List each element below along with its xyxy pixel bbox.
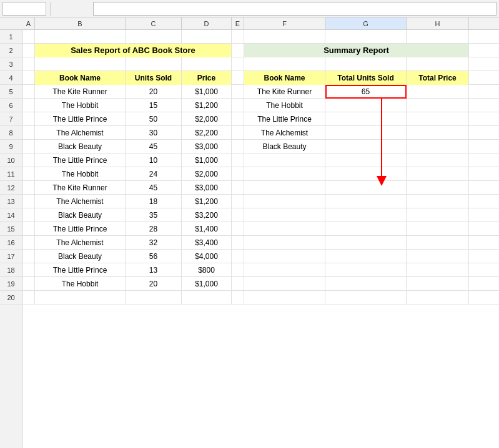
cell[interactable] <box>325 153 407 167</box>
cell[interactable] <box>22 277 35 291</box>
row-number-14[interactable]: 14 <box>0 208 22 222</box>
cell[interactable] <box>22 195 35 208</box>
cell[interactable] <box>325 291 407 304</box>
cell[interactable] <box>232 195 244 208</box>
cell[interactable]: 24 <box>126 167 182 181</box>
cell[interactable]: $2,000 <box>182 112 232 126</box>
cell[interactable]: 15 <box>126 99 182 112</box>
row-number-16[interactable]: 16 <box>0 236 22 250</box>
cell[interactable] <box>407 85 469 99</box>
cell[interactable] <box>22 250 35 263</box>
cell[interactable] <box>182 291 232 304</box>
cell[interactable] <box>232 140 244 153</box>
cell[interactable] <box>244 167 325 181</box>
row-number-15[interactable]: 15 <box>0 222 22 236</box>
cell[interactable] <box>325 181 407 195</box>
cell[interactable]: The Little Prince <box>35 153 126 167</box>
cell[interactable] <box>244 57 325 71</box>
cell[interactable]: The Little Prince <box>35 263 126 277</box>
cell[interactable] <box>232 99 244 112</box>
row-number-8[interactable]: 8 <box>0 126 22 140</box>
cell[interactable]: 45 <box>126 140 182 153</box>
col-header-g[interactable]: G <box>325 17 407 29</box>
col-header-e[interactable]: E <box>232 17 244 29</box>
cell[interactable]: The Alchemist <box>244 126 325 140</box>
row-number-17[interactable]: 17 <box>0 250 22 263</box>
cell[interactable]: $3,200 <box>182 208 232 222</box>
row-number-6[interactable]: 6 <box>0 99 22 112</box>
cell[interactable]: Total Units Sold <box>325 71 407 85</box>
cell[interactable] <box>35 57 126 71</box>
cell[interactable] <box>407 167 469 181</box>
cell[interactable] <box>325 195 407 208</box>
cell[interactable] <box>407 250 469 263</box>
cell[interactable]: 32 <box>126 236 182 250</box>
cell[interactable]: 10 <box>126 153 182 167</box>
cell[interactable] <box>325 112 407 126</box>
cell[interactable] <box>22 99 35 112</box>
cell[interactable] <box>232 71 244 85</box>
cell[interactable] <box>126 30 182 44</box>
cell[interactable]: The Little Prince <box>35 222 126 236</box>
row-number-1[interactable]: 1 <box>0 30 22 44</box>
cell[interactable] <box>22 236 35 250</box>
cell[interactable] <box>325 208 407 222</box>
cell[interactable] <box>407 181 469 195</box>
cell[interactable] <box>22 85 35 99</box>
row-number-19[interactable]: 19 <box>0 277 22 291</box>
cell[interactable]: Units Sold <box>126 71 182 85</box>
cell[interactable] <box>407 153 469 167</box>
cell[interactable] <box>407 263 469 277</box>
cell[interactable]: 13 <box>126 263 182 277</box>
cell[interactable]: Black Beauty <box>35 208 126 222</box>
cell[interactable]: $3,000 <box>182 140 232 153</box>
cell[interactable] <box>22 291 35 304</box>
cell[interactable]: Book Name <box>244 71 325 85</box>
cell[interactable] <box>232 57 244 71</box>
cell[interactable] <box>22 208 35 222</box>
col-header-c[interactable]: C <box>126 17 182 29</box>
cell[interactable]: The Alchemist <box>35 195 126 208</box>
cell[interactable] <box>22 112 35 126</box>
cell[interactable]: Black Beauty <box>35 140 126 153</box>
cell[interactable] <box>22 71 35 85</box>
cell[interactable] <box>244 277 325 291</box>
cell[interactable] <box>407 291 469 304</box>
cell[interactable] <box>407 195 469 208</box>
cell[interactable] <box>22 44 35 57</box>
cell[interactable] <box>22 30 35 44</box>
cell[interactable]: 50 <box>126 112 182 126</box>
cell[interactable] <box>22 126 35 140</box>
cell[interactable] <box>232 277 244 291</box>
cell[interactable] <box>407 277 469 291</box>
cell[interactable] <box>244 222 325 236</box>
cell[interactable]: 65 <box>325 85 407 99</box>
cell[interactable]: $1,000 <box>182 277 232 291</box>
cell[interactable] <box>22 57 35 71</box>
cell[interactable] <box>35 291 126 304</box>
cell[interactable]: The Little Prince <box>35 112 126 126</box>
cell[interactable] <box>232 291 244 304</box>
cell[interactable]: 20 <box>126 277 182 291</box>
cell[interactable] <box>325 57 407 71</box>
cell[interactable] <box>244 208 325 222</box>
cell[interactable]: The Alchemist <box>35 126 126 140</box>
cell[interactable] <box>325 30 407 44</box>
cell[interactable]: The Hobbit <box>35 167 126 181</box>
cell[interactable] <box>244 153 325 167</box>
cell[interactable] <box>22 222 35 236</box>
cell[interactable] <box>22 263 35 277</box>
cell[interactable] <box>22 153 35 167</box>
fx-icon[interactable] <box>79 3 91 14</box>
row-number-18[interactable]: 18 <box>0 263 22 277</box>
cell[interactable]: The Kite Runner <box>35 85 126 99</box>
cell[interactable] <box>232 236 244 250</box>
row-number-12[interactable]: 12 <box>0 181 22 195</box>
cell[interactable] <box>325 222 407 236</box>
cell[interactable] <box>325 99 407 112</box>
cell[interactable]: The Kite Runner <box>244 85 325 99</box>
cell[interactable] <box>232 167 244 181</box>
cell[interactable] <box>35 30 126 44</box>
cell[interactable] <box>407 208 469 222</box>
cell[interactable] <box>232 44 244 57</box>
